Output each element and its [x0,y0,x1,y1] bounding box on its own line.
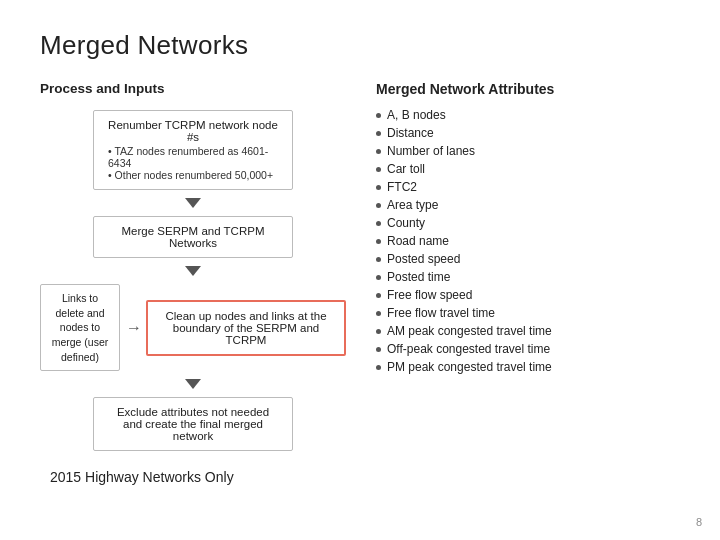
side-arrow-icon: → [126,319,142,337]
step2-label: Merge SERPM and TCRPM Networks [108,225,278,249]
left-column: Process and Inputs Renumber TCRPM networ… [40,81,346,485]
step4-label: Exclude attributes not needed and create… [108,406,278,442]
step3-row: Links to delete and nodes to merge (user… [40,284,346,371]
arrow-3 [185,379,201,389]
content-area: Process and Inputs Renumber TCRPM networ… [40,81,680,485]
step1-bullets: TAZ nodes renumbered as 4601-6434 Other … [108,145,278,181]
flow-step-3: Clean up nodes and links at the boundary… [146,300,346,356]
attr-1: Distance [376,125,680,141]
attr-12: AM peak congested travel time [376,323,680,339]
process-inputs-heading: Process and Inputs [40,81,346,96]
step1-label: Renumber TCRPM network node #s [108,119,278,143]
step3-label: Clean up nodes and links at the boundary… [162,310,330,346]
page-title: Merged Networks [40,30,680,61]
attr-8: Posted speed [376,251,680,267]
step1-bullet-1: TAZ nodes renumbered as 4601-6434 [108,145,278,169]
page-number: 8 [696,516,702,528]
attr-7: Road name [376,233,680,249]
arrow-2 [185,266,201,276]
attr-4: FTC2 [376,179,680,195]
side-label: Links to delete and nodes to merge (user… [40,284,120,371]
attr-2: Number of lanes [376,143,680,159]
attr-13: Off-peak congested travel time [376,341,680,357]
attr-10: Free flow speed [376,287,680,303]
attr-5: Area type [376,197,680,213]
attr-0: A, B nodes [376,107,680,123]
flow-step-1: Renumber TCRPM network node #s TAZ nodes… [93,110,293,190]
attr-3: Car toll [376,161,680,177]
flow-step-4: Exclude attributes not needed and create… [93,397,293,451]
attr-11: Free flow travel time [376,305,680,321]
bottom-text: 2015 Highway Networks Only [50,469,346,485]
flow-diagram: Renumber TCRPM network node #s TAZ nodes… [40,110,346,451]
merged-network-heading: Merged Network Attributes [376,81,680,97]
attr-14: PM peak congested travel time [376,359,680,375]
right-column: Merged Network Attributes A, B nodes Dis… [376,81,680,375]
flow-step-2: Merge SERPM and TCRPM Networks [93,216,293,258]
attribute-list: A, B nodes Distance Number of lanes Car … [376,107,680,375]
arrow-1 [185,198,201,208]
step1-bullet-2: Other nodes renumbered 50,000+ [108,169,278,181]
attr-9: Posted time [376,269,680,285]
page: Merged Networks Process and Inputs Renum… [0,0,720,540]
attr-6: County [376,215,680,231]
